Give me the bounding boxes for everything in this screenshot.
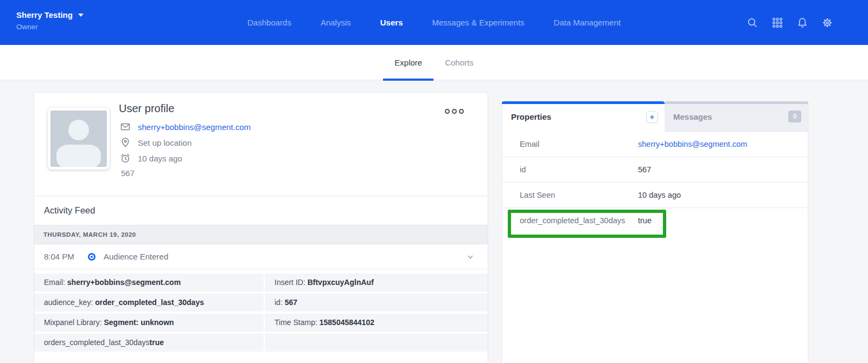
more-options-icon[interactable]	[445, 109, 464, 114]
table-row: Email sherry+bobbins@segment.com	[502, 132, 808, 157]
main-nav: Dashboards Analysis Users Messages & Exp…	[0, 0, 868, 45]
activity-date-header: THURSDAY, MARCH 19, 2020	[34, 225, 488, 244]
properties-panel-tabs: Properties + Messages 0	[502, 102, 808, 132]
top-nav-bar: Sherry Testing Owner Dashboards Analysis…	[0, 0, 868, 45]
alarm-clock-icon	[120, 153, 131, 164]
property-key: Last Seen	[520, 183, 555, 208]
tab-cohorts[interactable]: Cohorts	[433, 45, 485, 80]
nav-analysis[interactable]: Analysis	[321, 18, 351, 27]
tab-properties-label: Properties	[511, 112, 551, 121]
apps-grid-icon[interactable]	[771, 17, 783, 29]
header-icons	[746, 0, 833, 45]
event-prop-cell: orders_completed_last_30daystrue	[34, 334, 264, 352]
event-properties-table: Email: sherry+bobbins@segment.com Insert…	[34, 269, 488, 352]
tab-messages[interactable]: Messages 0	[665, 102, 808, 132]
add-property-button[interactable]: +	[646, 111, 658, 123]
event-prop-cell: Time Stamp: 1585045844102	[265, 314, 488, 332]
tab-explore[interactable]: Explore	[383, 45, 433, 80]
location-pin-icon	[120, 137, 131, 148]
property-value-email-link[interactable]: sherry+bobbins@segment.com	[638, 132, 747, 157]
tab-messages-label: Messages	[673, 112, 712, 121]
nav-dashboards[interactable]: Dashboards	[247, 18, 291, 27]
search-icon[interactable]	[746, 17, 758, 29]
event-prop-cell: Email: sherry+bobbins@segment.com	[34, 274, 264, 291]
event-prop-cell	[265, 334, 488, 352]
notifications-bell-icon[interactable]	[796, 17, 808, 29]
event-prop-cell: Mixpanel Library: Segment: unknown	[34, 314, 264, 332]
property-value: true	[638, 208, 652, 234]
profile-email-row: sherry+bobbins@segment.com	[120, 121, 251, 132]
messages-count-badge: 0	[788, 111, 801, 122]
settings-gear-icon[interactable]	[821, 17, 833, 29]
tab-explore-label: Explore	[394, 58, 422, 67]
property-key: id	[520, 157, 526, 183]
chevron-down-icon[interactable]	[466, 252, 475, 261]
profile-location-placeholder[interactable]: Set up location	[138, 138, 192, 147]
avatar	[48, 108, 110, 170]
property-value: 567	[638, 157, 651, 183]
page-title: User profile	[119, 102, 251, 115]
property-key: order_completed_last_30days	[520, 208, 625, 234]
audience-event-icon	[87, 252, 96, 261]
avatar-silhouette-body	[56, 145, 101, 168]
envelope-icon	[120, 121, 131, 132]
tab-properties[interactable]: Properties +	[502, 102, 665, 132]
avatar-silhouette-head	[68, 120, 89, 140]
table-row: Last Seen 10 days ago	[502, 183, 808, 208]
nav-data-management[interactable]: Data Management	[554, 18, 621, 27]
event-prop-cell: id: 567	[265, 294, 488, 312]
nav-users[interactable]: Users	[380, 18, 403, 27]
tab-cohorts-label: Cohorts	[445, 58, 474, 67]
activity-feed-title: Activity Feed	[34, 196, 488, 225]
profile-last-seen-row: 10 days ago	[120, 153, 251, 164]
property-key: Email	[520, 132, 539, 157]
table-row: id 567	[502, 157, 808, 183]
event-prop-cell: Insert ID: BftvpxcuyAglnAuf	[265, 274, 488, 291]
user-profile-card: User profile sherry+bobbins@segment.com …	[34, 92, 488, 363]
profile-last-seen: 10 days ago	[138, 154, 182, 163]
event-time: 8:04 PM	[44, 252, 87, 261]
event-name: Audience Entered	[104, 252, 168, 261]
event-prop-cell: audience_key: order_completed_last_30day…	[34, 294, 264, 312]
properties-panel: Properties + Messages 0 Email sherry+bob…	[502, 102, 808, 363]
profile-email-link[interactable]: sherry+bobbins@segment.com	[138, 122, 251, 132]
nav-messages-experiments[interactable]: Messages & Experiments	[432, 18, 524, 27]
profile-user-id: 567	[121, 168, 251, 178]
users-subnav: Explore Cohorts	[0, 45, 868, 80]
table-row-highlighted: order_completed_last_30days true	[502, 208, 808, 234]
activity-event-row[interactable]: 8:04 PM Audience Entered	[34, 244, 488, 269]
profile-section: User profile sherry+bobbins@segment.com …	[34, 93, 488, 196]
property-value: 10 days ago	[638, 183, 681, 208]
profile-location-row: Set up location	[120, 137, 251, 148]
